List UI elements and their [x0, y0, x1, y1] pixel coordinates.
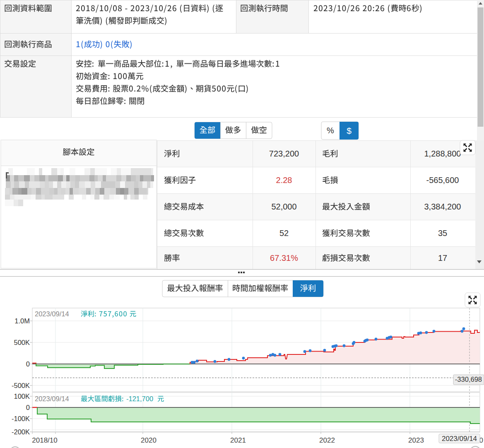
svg-text:52,000: 52,000: [271, 202, 296, 211]
svg-text:723,200: 723,200: [269, 149, 299, 158]
svg-text:2023: 2023: [408, 436, 424, 444]
svg-text:-565,600: -565,600: [426, 176, 459, 185]
svg-text:100K: 100K: [14, 393, 30, 400]
svg-text:0: 0: [26, 404, 30, 411]
svg-text:67.31%: 67.31%: [270, 253, 298, 263]
svg-text:2023/09/14: 2023/09/14: [442, 435, 477, 443]
svg-text:1.0M: 1.0M: [14, 317, 30, 325]
svg-text:-500K: -500K: [12, 382, 30, 389]
svg-text:%: %: [327, 126, 334, 135]
svg-text:2021: 2021: [230, 436, 246, 444]
svg-text:3,384,200: 3,384,200: [424, 202, 461, 211]
svg-text:2023/09/14: 2023/09/14: [35, 395, 69, 402]
svg-text:2023/09/14: 2023/09/14: [35, 310, 69, 318]
svg-text:0: 0: [26, 360, 30, 368]
svg-text:-330,698: -330,698: [455, 376, 482, 383]
svg-text:2022: 2022: [319, 436, 335, 444]
svg-text:1,288,800: 1,288,800: [424, 149, 461, 158]
svg-text:2.28: 2.28: [276, 176, 292, 185]
svg-text:-200K: -200K: [12, 428, 30, 436]
svg-text:35: 35: [438, 229, 447, 238]
svg-text:52: 52: [279, 229, 289, 238]
svg-text:17: 17: [438, 253, 447, 263]
svg-text:2018/10: 2018/10: [32, 436, 57, 444]
svg-text:500K: 500K: [14, 339, 30, 346]
svg-text:-100K: -100K: [12, 415, 30, 422]
svg-text:2020: 2020: [141, 436, 157, 444]
svg-text:$: $: [347, 126, 352, 135]
svg-text:-121,700: -121,700: [126, 395, 153, 402]
